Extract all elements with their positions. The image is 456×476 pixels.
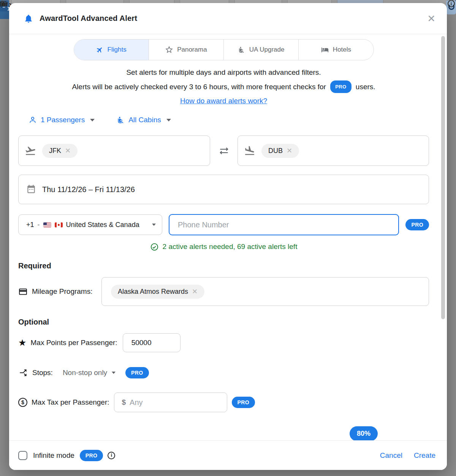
stops-branch-icon bbox=[18, 368, 28, 378]
swap-wrap bbox=[210, 146, 238, 156]
star-icon: ★ bbox=[18, 338, 27, 347]
tab-flights[interactable]: Flights bbox=[74, 39, 149, 60]
infinite-mode-checkbox[interactable] bbox=[18, 451, 27, 460]
mileage-programs-label: Mileage Programs: bbox=[32, 287, 92, 296]
pro-badge: PRO bbox=[405, 219, 429, 230]
dial-code-separator: - bbox=[38, 221, 40, 229]
scrollbar-thumb[interactable] bbox=[441, 36, 445, 319]
date-range-value: Thu 11/12/26 – Fri 11/13/26 bbox=[42, 185, 135, 194]
currency-symbol: $ bbox=[122, 398, 126, 407]
close-icon[interactable]: ✕ bbox=[427, 14, 435, 24]
remove-chip-icon[interactable]: ✕ bbox=[65, 147, 71, 154]
max-points-input[interactable] bbox=[123, 333, 180, 352]
star-icon bbox=[165, 46, 173, 54]
max-tax-input[interactable] bbox=[130, 393, 226, 412]
alert-quota-text: 2 active alerts needed, 69 active alerts… bbox=[163, 243, 298, 251]
cabins-dropdown[interactable]: All Cabins bbox=[117, 116, 171, 124]
max-tax-input-wrap: $ bbox=[114, 392, 227, 412]
pro-badge: PRO bbox=[330, 80, 351, 93]
footer-actions: Cancel Create bbox=[380, 451, 435, 460]
plane-landing-icon bbox=[244, 145, 255, 156]
mileage-program-chip: Alaska Atmos Rewards ✕ bbox=[111, 285, 204, 299]
mileage-programs-input[interactable]: Alaska Atmos Rewards ✕ bbox=[101, 277, 429, 306]
tab-group: Flights Panorama UA Upgrade Hotels bbox=[74, 39, 374, 60]
airport-chip: DUB ✕ bbox=[261, 144, 299, 158]
passengers-dropdown[interactable]: 1 Passengers bbox=[28, 116, 95, 124]
modal-footer: Infinite mode PRO i Cancel Create bbox=[9, 440, 447, 470]
info-icon: i bbox=[448, 0, 455, 7]
passenger-cabin-row: 1 Passengers All Cabins bbox=[28, 114, 429, 126]
origin-airport-input[interactable]: JFK ✕ bbox=[18, 136, 210, 166]
country-code-select[interactable]: +1 - United States & Canada bbox=[18, 214, 162, 235]
required-heading: Required bbox=[18, 262, 429, 270]
airport-chip: JFK ✕ bbox=[42, 144, 78, 158]
card-icon bbox=[18, 287, 28, 296]
advanced-alert-modal: AwardTool Advanced Alert ✕ Flights Panor… bbox=[9, 3, 447, 470]
max-points-label-wrap: ★ Max Points per Passenger: bbox=[18, 338, 117, 347]
background-text-fragment: ler bbox=[0, 0, 8, 8]
alert-type-tabs: Flights Panorama UA Upgrade Hotels bbox=[18, 39, 429, 60]
pro-badge: PRO bbox=[232, 397, 255, 408]
stops-dropdown[interactable]: Non-stop only bbox=[63, 369, 116, 377]
description-line-1: Set alerts for multiple days and airport… bbox=[18, 68, 429, 77]
pro-badge: PRO bbox=[125, 367, 149, 378]
chevron-down-icon bbox=[90, 119, 95, 121]
phone-number-input[interactable] bbox=[169, 214, 399, 235]
tab-ua-upgrade[interactable]: UA Upgrade bbox=[223, 39, 298, 60]
description-line-2-prefix: Alerts will be actively checked every 3 … bbox=[72, 83, 326, 91]
mileage-programs-label-wrap: Mileage Programs: bbox=[18, 287, 101, 296]
airport-code: JFK bbox=[49, 147, 61, 155]
remove-chip-icon[interactable]: ✕ bbox=[192, 288, 198, 295]
divider bbox=[0, 0, 9, 0]
stops-row: Stops: Non-stop only PRO bbox=[18, 367, 429, 379]
create-button[interactable]: Create bbox=[414, 451, 435, 460]
modal-body: Flights Panorama UA Upgrade Hotels Set a… bbox=[9, 34, 447, 412]
mileage-program-name: Alaska Atmos Rewards bbox=[118, 288, 188, 296]
modal-title: AwardTool Advanced Alert bbox=[40, 14, 137, 23]
max-tax-label: Max Tax per Passenger: bbox=[32, 398, 109, 407]
scroll-percentage-badge: 80% bbox=[350, 426, 378, 441]
optional-heading: Optional bbox=[18, 318, 429, 326]
description-line-2-suffix: users. bbox=[356, 83, 375, 91]
us-flag-icon bbox=[43, 222, 51, 227]
chevron-down-icon bbox=[166, 119, 171, 121]
max-points-label: Max Points per Passenger: bbox=[31, 339, 117, 347]
max-tax-label-wrap: $ Max Tax per Passenger: bbox=[18, 398, 109, 407]
cancel-button[interactable]: Cancel bbox=[380, 451, 402, 460]
cabins-value: All Cabins bbox=[128, 116, 161, 124]
chevron-down-icon bbox=[112, 372, 116, 374]
remove-chip-icon[interactable]: ✕ bbox=[287, 147, 292, 154]
max-tax-row: $ Max Tax per Passenger: $ PRO bbox=[18, 392, 429, 412]
swap-airports-icon[interactable] bbox=[219, 146, 229, 156]
plane-takeoff-icon bbox=[25, 145, 36, 156]
country-name: United States & Canada bbox=[66, 221, 139, 229]
stops-label-wrap: Stops: bbox=[18, 368, 53, 378]
tab-label: Flights bbox=[108, 46, 127, 54]
dial-code: +1 bbox=[26, 221, 34, 229]
destination-airport-input[interactable]: DUB ✕ bbox=[238, 136, 429, 166]
date-range-input[interactable]: Thu 11/12/26 – Fri 11/13/26 bbox=[18, 175, 429, 204]
tab-label: Panorama bbox=[177, 46, 207, 54]
seat-icon bbox=[238, 46, 245, 54]
calendar-icon bbox=[26, 184, 36, 194]
description-line-2: Alerts will be actively checked every 3 … bbox=[18, 80, 429, 93]
tab-panorama[interactable]: Panorama bbox=[149, 39, 223, 60]
check-circle-icon bbox=[150, 243, 159, 251]
stops-label: Stops: bbox=[32, 369, 53, 377]
how-alerts-work-link[interactable]: How do award alerts work? bbox=[180, 97, 267, 105]
modal-header: AwardTool Advanced Alert ✕ bbox=[9, 3, 447, 34]
info-icon[interactable]: i bbox=[108, 452, 115, 459]
person-icon bbox=[28, 116, 37, 124]
tab-label: UA Upgrade bbox=[249, 46, 285, 54]
bed-icon bbox=[321, 46, 329, 54]
canada-flag-icon bbox=[55, 222, 63, 227]
infinite-mode-label: Infinite mode bbox=[33, 451, 74, 460]
max-points-row: ★ Max Points per Passenger: bbox=[18, 333, 429, 352]
tab-hotels[interactable]: Hotels bbox=[298, 39, 373, 60]
chevron-down-icon bbox=[152, 224, 156, 226]
alert-quota-status: 2 active alerts needed, 69 active alerts… bbox=[18, 242, 429, 252]
dollar-circle-icon: $ bbox=[18, 398, 27, 407]
stops-value: Non-stop only bbox=[63, 369, 107, 377]
seat-icon bbox=[117, 116, 125, 124]
airport-code: DUB bbox=[268, 147, 283, 155]
